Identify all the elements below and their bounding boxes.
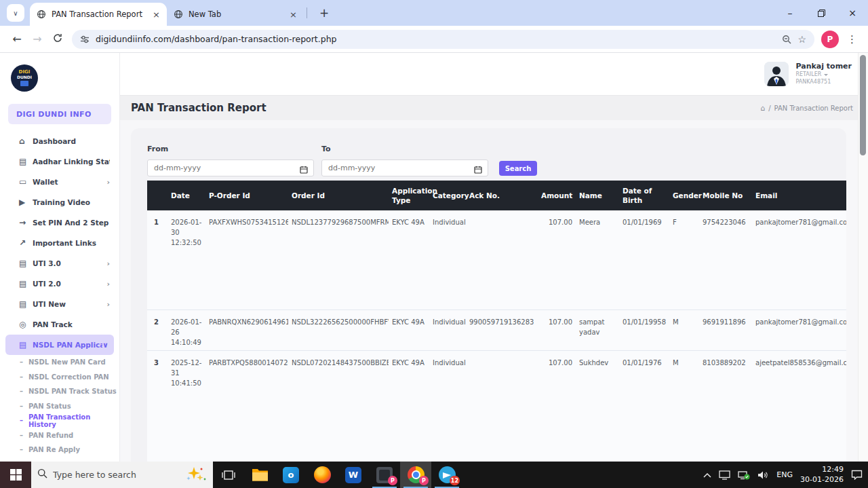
chevron-icon: › [106, 259, 110, 268]
volume-icon[interactable] [757, 470, 769, 480]
column-header: Date of Birth [619, 181, 669, 210]
subitem-label: PAN Status [28, 402, 71, 410]
nav-item-icon: ▭ [19, 177, 33, 187]
brand-logo[interactable]: DIGI DUNDI [11, 64, 38, 92]
sidebar-subitem[interactable]: PAN Refund [0, 428, 119, 443]
sidebar-item[interactable]: ▤ UTI 2.0 › [0, 274, 119, 294]
browser-tabstrip: ∨ PAN Transaction Report × New Tab × + – [0, 0, 868, 26]
language-indicator[interactable]: ENG [776, 470, 793, 479]
sidebar-item[interactable]: ⌂ Dashboard [0, 131, 119, 151]
display-icon[interactable] [719, 470, 730, 480]
cell-porder-id: PABNRQXN62906149612 [205, 309, 288, 350]
sidebar-subitem[interactable]: NSDL Correction PAN [0, 370, 119, 385]
sidebar-subitem[interactable]: PAN Transaction History [0, 413, 119, 428]
sidebar-item[interactable]: ▭ Wallet › [0, 172, 119, 192]
start-button[interactable] [0, 462, 31, 488]
calendar-icon[interactable] [474, 164, 482, 176]
sidebar-item[interactable]: ▤ UTI 3.0 › [0, 253, 119, 274]
copilot-stars-icon[interactable] [184, 466, 207, 485]
tab-search-button[interactable]: ∨ [7, 4, 24, 22]
sidebar-item[interactable]: → Set PIN And 2 Step [0, 212, 119, 233]
cell-porder-id: PARBTXPQ58800140726 [205, 350, 288, 462]
firefox-icon[interactable] [307, 462, 338, 488]
sidebar-item[interactable]: ▤ Aadhar Linking Status [0, 151, 119, 172]
reload-icon[interactable] [47, 33, 68, 45]
cell-date: 2026-01-26 14:10:49 [167, 309, 205, 350]
cell-name: Sukhdev [576, 350, 619, 462]
task-view-icon[interactable] [213, 462, 244, 488]
tab-inactive[interactable]: New Tab × [167, 3, 304, 26]
nav-item-label: NSDL PAN Application [33, 341, 102, 349]
column-header: Email [752, 181, 846, 210]
user-profile[interactable]: Pankaj tomer RETAILER PANKA48751 [764, 62, 852, 86]
sidebar-item[interactable]: ↗ Important Links [0, 233, 119, 253]
telegram-icon[interactable]: 12 [431, 462, 462, 488]
nav-item-icon: ▤ [19, 259, 33, 268]
bookmark-star-icon[interactable]: ☆ [797, 34, 806, 45]
sidebar-subitem[interactable]: NSDL PAN Track Status [0, 384, 119, 399]
page-scrollbar[interactable] [858, 53, 868, 462]
sidebar-nav: ⌂ Dashboard ▤ Aadhar Linking Status ▭ Wa… [0, 131, 119, 355]
sidebar: DIGI DUNDI DIGI DUNDI INFO ⌂ Dashboard ▤… [0, 53, 120, 462]
file-explorer-icon[interactable] [244, 462, 275, 488]
word-icon[interactable]: W [338, 462, 369, 488]
search-button[interactable]: Search [499, 161, 537, 176]
cell-date: 2025-12-31 10:41:50 [167, 350, 205, 462]
sidebar-subitem[interactable]: NSDL New PAN Card [0, 355, 119, 370]
back-icon[interactable]: ← [7, 33, 27, 45]
outlook-icon[interactable]: o [275, 462, 307, 488]
report-card: From [131, 128, 846, 462]
search-icon [37, 468, 47, 481]
forward-icon[interactable]: → [27, 33, 47, 45]
notification-count-badge: 12 [450, 476, 460, 485]
home-icon[interactable]: ⌂ [760, 104, 765, 113]
sidebar-subnav: NSDL New PAN Card NSDL Correction PAN NS… [0, 355, 119, 457]
notification-center-icon[interactable] [851, 470, 863, 480]
page-title: PAN Transaction Report [131, 102, 267, 114]
taskbar: Type here to search [0, 462, 868, 488]
column-header [147, 181, 167, 210]
table-row: 2 2026-01-26 14:10:49 PABNRQXN6290614961… [147, 309, 846, 350]
from-date-input[interactable] [148, 160, 293, 176]
restore-button[interactable] [806, 0, 837, 26]
sidebar-item[interactable]: ◎ PAN Track [0, 314, 119, 335]
cell-gender: F [669, 210, 699, 309]
user-role: RETAILER [795, 71, 821, 79]
tab-active[interactable]: PAN Transaction Report × [30, 3, 167, 26]
close-button[interactable]: × [837, 0, 868, 26]
cell-category: Individual [429, 210, 466, 309]
browser-menu-icon[interactable]: ⋮ [847, 33, 857, 45]
url-bar[interactable]: digidundiinfo.com/dashboard/pan-transact… [72, 30, 814, 49]
tab-close-icon[interactable]: × [290, 10, 297, 19]
app-window-p-icon[interactable]: P [369, 462, 400, 488]
minimize-button[interactable]: – [774, 0, 806, 26]
sidebar-subitem[interactable]: PAN Status [0, 399, 119, 414]
breadcrumb-label: PAN Transaction Report [774, 105, 853, 112]
taskbar-search[interactable]: Type here to search [31, 462, 213, 488]
tab-close-icon[interactable]: × [153, 10, 160, 19]
calendar-icon[interactable] [300, 164, 308, 176]
breadcrumb-separator: / [768, 105, 770, 112]
sidebar-item[interactable]: ▶ Training Video [0, 192, 119, 212]
clock[interactable]: 12:49 30-01-2026 [800, 465, 844, 485]
tray-expand-icon[interactable] [703, 472, 711, 478]
sidebar-subitem[interactable]: PAN Re Apply [0, 443, 119, 457]
browser-profile-avatar[interactable]: P [821, 31, 839, 48]
clock-date: 30-01-2026 [800, 475, 844, 485]
from-label: From [147, 145, 314, 153]
network-icon[interactable] [738, 470, 750, 480]
to-date-input[interactable] [322, 160, 467, 176]
column-header: Ack No. [466, 181, 538, 210]
chrome-icon[interactable]: P [400, 462, 431, 488]
cell-name: Meera [576, 210, 619, 309]
cell-amount: 107.00 [538, 210, 576, 309]
new-tab-button[interactable]: + [315, 6, 333, 20]
sidebar-item[interactable]: ▤ UTI New › [0, 294, 119, 314]
zoom-out-icon[interactable] [782, 35, 791, 44]
page-body: DIGI DUNDI DIGI DUNDI INFO ⌂ Dashboard ▤… [0, 53, 868, 462]
column-header: P-Order Id [205, 181, 288, 210]
title-strip: PAN Transaction Report ⌂ / PAN Transacti… [120, 95, 868, 120]
site-info-icon[interactable] [80, 35, 90, 44]
sidebar-item[interactable]: ▤ NSDL PAN Application ∨ [5, 335, 114, 355]
scrollbar-thumb[interactable] [860, 55, 866, 155]
